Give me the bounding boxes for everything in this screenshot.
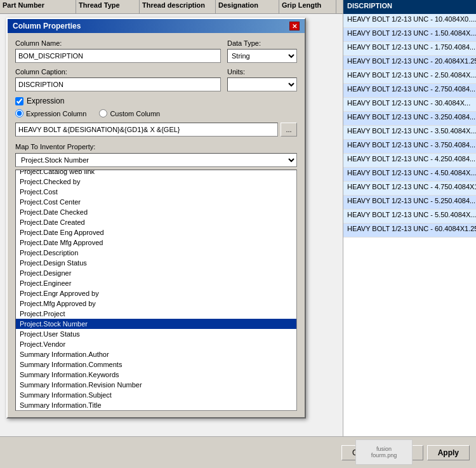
list-item[interactable]: Project.Project — [16, 309, 296, 319]
list-item[interactable]: Project.Date Created — [16, 217, 296, 227]
row-column-caption-units: Column Caption: Units: — [15, 68, 297, 91]
data-type-label: Data Type: — [227, 39, 297, 47]
expression-row: ... — [15, 123, 297, 137]
list-item[interactable]: Project.Description — [16, 248, 296, 258]
expression-input[interactable] — [15, 123, 278, 137]
data-type-select[interactable]: String Number Boolean Date — [227, 49, 297, 63]
list-item[interactable]: Project.Checked by — [16, 177, 296, 187]
expression-checkbox[interactable] — [15, 97, 23, 105]
units-select[interactable] — [227, 77, 297, 91]
list-item[interactable]: Summary Information.Author — [16, 349, 296, 359]
list-item[interactable]: Summary Information.Title — [16, 400, 296, 410]
map-dropdown-container: Project.Stock Number — [15, 153, 297, 167]
row-column-name-datatype: Column Name: Data Type: String Number Bo… — [15, 39, 297, 63]
radio-expression-column-label: Expression Column — [15, 109, 86, 117]
map-listbox[interactable]: Document Summary Information.CategoryDoc… — [15, 170, 297, 411]
list-item[interactable]: Summary Information.Keywords — [16, 370, 296, 380]
dialog-close-button[interactable]: ✕ — [289, 22, 300, 30]
dialog-title: Column Properties — [13, 22, 81, 30]
expression-checkbox-row: Expression — [15, 97, 297, 105]
list-item[interactable]: Summary Information.Comments — [16, 359, 296, 370]
col-data-type: Data Type: String Number Boolean Date — [227, 39, 297, 63]
col-column-caption: Column Caption: — [15, 68, 221, 91]
column-name-label: Column Name: — [15, 39, 221, 47]
column-caption-label: Column Caption: — [15, 68, 221, 76]
col-units: Units: — [227, 68, 297, 91]
expression-ellipsis-button[interactable]: ... — [281, 123, 297, 137]
list-item[interactable]: Project.Date Mfg Approved — [16, 237, 296, 248]
list-item[interactable]: Project.Date Checked — [16, 207, 296, 217]
list-item[interactable]: Project.Engineer — [16, 278, 296, 288]
list-item[interactable]: Project.Stock Number — [16, 319, 296, 329]
radio-custom-column[interactable] — [99, 109, 107, 117]
list-item[interactable]: Project.Designer — [16, 268, 296, 278]
list-item[interactable]: Project.User Status — [16, 329, 296, 339]
col-column-name: Column Name: — [15, 39, 221, 63]
list-item[interactable]: Project.Date Eng Approved — [16, 227, 296, 237]
map-dropdown[interactable]: Project.Stock Number — [15, 153, 297, 167]
radio-custom-column-label: Custom Column — [99, 109, 160, 117]
list-item[interactable]: Project.Cost — [16, 187, 296, 197]
dialog-body: Column Name: Data Type: String Number Bo… — [8, 33, 305, 417]
dialog-overlay: Column Properties ✕ Column Name: Data Ty… — [0, 0, 476, 468]
list-item[interactable]: Project.Design Status — [16, 258, 296, 268]
dialog-titlebar: Column Properties ✕ — [8, 19, 305, 33]
list-item[interactable]: Project.Vendor — [16, 339, 296, 349]
radio-row: Expression Column Custom Column — [15, 109, 297, 117]
column-properties-dialog: Column Properties ✕ Column Name: Data Ty… — [6, 18, 306, 418]
expression-checkbox-label: Expression — [27, 97, 64, 105]
list-item[interactable]: Project.Cost Center — [16, 197, 296, 207]
column-caption-input[interactable] — [15, 77, 221, 91]
map-to-inventor-label: Map To Inventor Property: — [15, 143, 297, 150]
units-label: Units: — [227, 68, 297, 76]
list-item[interactable]: Summary Information.Revision Number — [16, 380, 296, 390]
list-item[interactable]: Project.Mfg Approved by — [16, 298, 296, 309]
column-name-input[interactable] — [15, 49, 221, 63]
list-item[interactable]: Summary Information.Subject — [16, 390, 296, 400]
radio-expression-column[interactable] — [15, 109, 23, 117]
list-item[interactable]: Project.Engr Approved by — [16, 288, 296, 298]
list-item[interactable]: Project.Catalog web link — [16, 170, 296, 177]
